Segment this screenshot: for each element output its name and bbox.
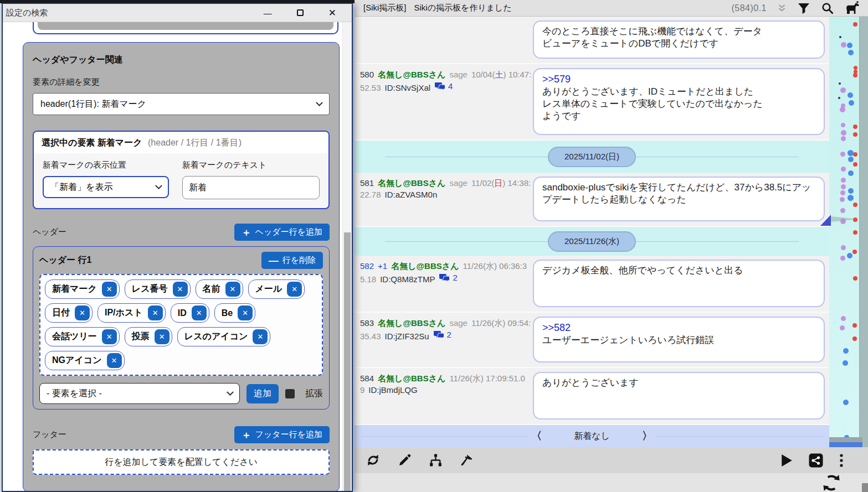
post-id[interactable]: ID:aZVASM0n (385, 190, 438, 199)
header-element-tag: NGアイコン✕ (45, 351, 125, 370)
minimap-post-dot (854, 66, 857, 70)
filter-icon[interactable] (797, 2, 810, 15)
refresh-icon[interactable] (366, 453, 381, 468)
play-icon[interactable] (780, 454, 793, 467)
post-author[interactable]: 名無し@BBSさん (391, 261, 459, 271)
remove-element-button[interactable]: ✕ (225, 282, 240, 297)
thread-minimap[interactable] (829, 17, 859, 447)
remove-element-button[interactable]: ✕ (148, 305, 163, 320)
minimap-post-dot (848, 195, 854, 201)
post-number[interactable]: 584 (360, 374, 374, 383)
mark-text-input[interactable] (182, 176, 320, 199)
post-id[interactable]: ID:Q8M8zTMP (380, 275, 435, 284)
mark-position-select[interactable]: 「新着」を表示 (43, 176, 169, 198)
post-body-bubble[interactable]: ありがとうございます (533, 372, 825, 420)
post-author[interactable]: 名無し@BBSさん (378, 178, 445, 188)
header-element-tag-label: 投票 (132, 331, 150, 343)
post-header[interactable]: 583名無し@BBSさんsage11/26(水) 09:54:35.43ID:j… (360, 317, 533, 362)
thread-toolbar (355, 447, 868, 473)
minimap-post-dot (840, 107, 845, 112)
post-body-bubble[interactable]: >>582 ユーザーエージェントいろいろ試行錯誤 (533, 317, 825, 362)
maximize-button[interactable] (297, 9, 304, 16)
add-header-row-button[interactable]: ＋ ヘッダー行を追加 (234, 224, 330, 241)
post-number[interactable]: 581 (360, 178, 374, 188)
reply-bubbles-icon (433, 330, 445, 339)
post-body-bubble[interactable]: デジカメ板全般、他所でやってくださいと出る (533, 260, 825, 307)
remove-element-button[interactable]: ✕ (192, 305, 207, 320)
minimap-position-marker (820, 215, 831, 226)
minimap-post-dot (841, 136, 846, 141)
minimap-post-dot (848, 50, 854, 55)
post-reply-count[interactable]: 2 (433, 329, 451, 340)
header-element-tag-label: 新着マーク (52, 283, 97, 295)
post-body-bubble[interactable]: 今のところ直接そこに飛ぶ機能ではなくて、データ ビューアをミュートのDBで開くだ… (533, 20, 825, 59)
selected-element-fields: 新着マークの表示位置 「新着」を表示 新着マークのテキスト (34, 153, 328, 199)
more-icon[interactable] (839, 453, 844, 468)
remove-element-button[interactable]: ✕ (155, 329, 170, 344)
post-number[interactable]: 582 (360, 261, 374, 271)
remove-element-button[interactable]: ✕ (238, 305, 253, 320)
post-header[interactable]: 581名無し@BBSさんsage11/02(日) 14:38:22.78ID:a… (360, 177, 533, 221)
post-number[interactable]: 580 (360, 70, 374, 79)
double-chevron-down-icon[interactable] (777, 3, 787, 13)
add-element-button[interactable]: 追加 (246, 384, 279, 403)
thread-tree-icon[interactable] (429, 453, 443, 467)
anchor-link[interactable]: >>579 (542, 73, 815, 86)
anchor-link[interactable]: >>582 (542, 322, 815, 334)
settings-scrollbar-track[interactable] (342, 22, 352, 491)
prev-button[interactable]: 〈 (531, 429, 542, 443)
next-button[interactable]: 〉 (642, 429, 653, 443)
add-footer-row-button[interactable]: ＋ フッター行を追加 (234, 426, 330, 443)
remove-element-button[interactable]: ✕ (253, 329, 268, 344)
post-header[interactable]: 584名無し@BBSさん11/26(水) 17:09:51.09ID:jBmdj… (360, 372, 533, 420)
element-detail-select[interactable]: header(1行目): 新着マーク (33, 93, 330, 115)
header-element-tag: IP/ホスト✕ (97, 303, 166, 323)
element-picker-select[interactable]: - 要素を選択 - (39, 383, 240, 404)
post-number[interactable]: 583 (360, 318, 374, 328)
post-author[interactable]: 名無し@BBSさん (378, 70, 445, 79)
post-header[interactable]: 582+1名無し@BBSさん11/26(水) 06:36:35.18ID:Q8M… (360, 260, 533, 307)
minimap-post-dot (841, 123, 845, 127)
post-body-bubble[interactable]: >>579 ありがとうございます、IDミュートだと出ました レス単体のミュートで… (533, 68, 825, 135)
post-reply-count[interactable]: 2 (439, 272, 457, 283)
remove-element-button[interactable]: ✕ (102, 329, 117, 344)
minimap-post-dot (840, 87, 846, 93)
post-header[interactable]: 580名無し@BBSさんsage10/04(土) 10:47:52.53ID:S… (360, 68, 533, 135)
remove-element-button[interactable]: ✕ (102, 282, 117, 297)
post-body-bubble[interactable]: sandboxie-plusでsikiを実行してたんだけど、37から38.5にア… (533, 177, 825, 221)
header-element-tag-label: Be (222, 308, 233, 318)
post-header[interactable] (360, 20, 533, 59)
dog-icon[interactable] (845, 1, 859, 15)
share-icon[interactable] (809, 453, 823, 468)
minimap-post-dot (840, 197, 845, 202)
expand-icon[interactable] (821, 474, 841, 492)
section-title: ヘッダやフッター関連 (33, 54, 330, 66)
delete-row-button[interactable]: — 行を削除 (261, 252, 323, 269)
header-row-title: ヘッダー 行1 (39, 255, 91, 266)
remove-element-button[interactable]: ✕ (75, 305, 90, 320)
post-author[interactable]: 名無し@BBSさん (378, 318, 445, 328)
post-id[interactable]: ID:jZIF32Su (385, 332, 429, 341)
settings-body: ヘッダやフッター関連 要素の詳細を変更 header(1行目): 新着マーク 選… (3, 22, 352, 491)
post-reply-count[interactable]: 4 (434, 80, 453, 92)
hammer-icon[interactable] (460, 453, 474, 467)
compose-icon[interactable] (398, 453, 412, 467)
post-author[interactable]: 名無し@BBSさん (378, 374, 445, 383)
post-id[interactable]: ID:jBmdjLQG (368, 385, 417, 395)
remove-element-button[interactable]: ✕ (107, 353, 122, 368)
minimap-post-dot (843, 400, 849, 405)
remove-element-button[interactable]: ✕ (173, 282, 188, 297)
search-icon[interactable] (821, 2, 834, 15)
minimap-scroll-track[interactable] (829, 437, 862, 442)
settings-title-bar[interactable]: 設定の検索 — ✕ (3, 4, 352, 22)
extend-checkbox[interactable] (285, 389, 295, 398)
settings-scrollbar-thumb[interactable] (344, 232, 351, 491)
post-id[interactable]: ID:SNvSjXal (385, 83, 431, 92)
remove-element-button[interactable]: ✕ (287, 282, 302, 297)
minimap-post-dot (841, 167, 846, 172)
minimize-button[interactable]: — (264, 9, 272, 17)
reply-bubbles-icon (439, 273, 450, 282)
header-element-tag-label: IP/ホスト (105, 307, 143, 319)
header-element-tag: Be✕ (214, 303, 255, 323)
close-button[interactable]: ✕ (328, 8, 336, 18)
